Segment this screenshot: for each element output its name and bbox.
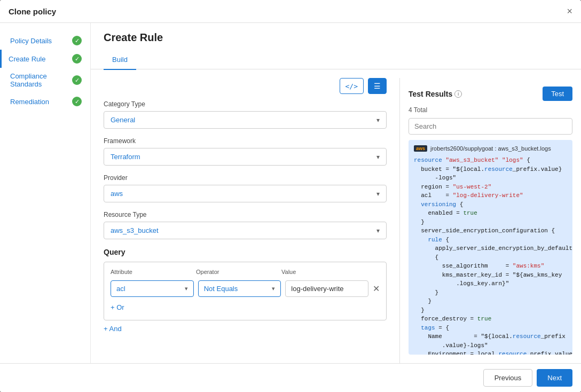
previous-button[interactable]: Previous — [483, 369, 533, 387]
list-view-button[interactable]: ☰ — [368, 78, 387, 94]
code-view-button[interactable]: </> — [340, 78, 364, 94]
resource-type-label: Resource Type — [104, 211, 387, 218]
list-icon: ☰ — [374, 82, 381, 90]
query-box: Attribute Operator Value acl ▾ — [104, 262, 387, 320]
resource-type-section: Resource Type aws_s3_bucket ▾ — [104, 211, 387, 239]
chevron-down-icon: ▾ — [376, 153, 380, 161]
value-header: Value — [281, 269, 363, 275]
search-input[interactable] — [409, 118, 572, 135]
or-button[interactable]: + Or — [111, 301, 124, 313]
test-results-label: Test Results — [409, 90, 452, 98]
chevron-down-icon: ▾ — [272, 285, 275, 292]
provider-value: aws — [111, 190, 123, 198]
sidebar-item-create-rule[interactable]: Create Rule ✓ — [0, 50, 90, 68]
sidebar-item-policy-details[interactable]: Policy Details ✓ — [0, 32, 90, 50]
resource-type-select[interactable]: aws_s3_bucket ▾ — [104, 222, 387, 239]
provider-section: Provider aws ▾ — [104, 174, 387, 202]
result-card: aws jroberts2600/supplygoat : aws_s3_buc… — [409, 140, 572, 355]
query-title: Query — [104, 248, 387, 256]
total-label: 4 Total — [409, 106, 572, 114]
result-path: jroberts2600/supplygoat : aws_s3_bucket.… — [430, 145, 551, 152]
tab-build[interactable]: Build — [104, 50, 136, 70]
code-block: resource "aws_s3_bucket" "logs" { bucket… — [414, 156, 567, 355]
code-icon: </> — [346, 82, 358, 90]
value-input[interactable] — [285, 280, 368, 297]
test-results-title: Test Results i — [409, 90, 462, 98]
toolbar: </> ☰ — [104, 78, 387, 94]
modal-title: Clone policy — [9, 7, 56, 16]
remove-condition-button[interactable]: ✕ — [373, 284, 380, 294]
framework-value: Terraform — [111, 153, 140, 161]
sidebar-item-label: Policy Details — [10, 37, 52, 45]
check-icon-create-rule: ✓ — [72, 54, 82, 64]
operator-value: Not Equals — [204, 285, 238, 293]
attribute-value: acl — [116, 285, 125, 293]
framework-section: Framework Terraform ▾ — [104, 137, 387, 166]
check-icon-policy-details: ✓ — [72, 36, 82, 45]
category-type-value: General — [111, 116, 135, 124]
category-type-select[interactable]: General ▾ — [104, 111, 387, 129]
sidebar-item-label: Remediation — [10, 98, 49, 106]
provider-label: Provider — [104, 174, 387, 182]
chevron-down-icon: ▾ — [376, 227, 380, 234]
framework-select[interactable]: Terraform ▾ — [104, 148, 387, 166]
attribute-select[interactable]: acl ▾ — [111, 280, 194, 297]
category-type-label: Category Type — [104, 100, 387, 108]
left-panel: </> ☰ Category Type General ▾ — [91, 78, 399, 363]
aws-badge: aws — [414, 145, 427, 152]
page-title: Create Rule — [104, 32, 568, 44]
query-row: acl ▾ Not Equals ▾ ✕ — [111, 280, 380, 297]
test-button[interactable]: Test — [543, 87, 572, 101]
provider-select[interactable]: aws ▾ — [104, 185, 387, 202]
check-icon-compliance-standards: ✓ — [72, 75, 82, 85]
result-card-header: aws jroberts2600/supplygoat : aws_s3_buc… — [414, 145, 567, 152]
right-panel: Test Results i Test 4 Total aws jroberts… — [399, 78, 581, 363]
and-button[interactable]: + And — [104, 320, 122, 337]
chevron-down-icon: ▾ — [185, 285, 188, 292]
info-icon: i — [454, 90, 462, 98]
chevron-down-icon: ▾ — [376, 116, 380, 124]
operator-select[interactable]: Not Equals ▾ — [198, 280, 281, 297]
query-section: Query Attribute Operator Value — [104, 248, 387, 337]
close-button[interactable]: × — [567, 6, 572, 16]
sidebar-item-remediation[interactable]: Remediation ✓ — [0, 92, 90, 111]
category-type-section: Category Type General ▾ — [104, 100, 387, 129]
sidebar-item-label: Create Rule — [9, 55, 45, 63]
test-results-header: Test Results i Test — [409, 87, 572, 101]
modal-footer: Previous Next — [0, 363, 581, 392]
framework-label: Framework — [104, 137, 387, 145]
sidebar: Policy Details ✓ Create Rule ✓ Complianc… — [0, 23, 91, 363]
attribute-header: Attribute — [111, 269, 192, 275]
sidebar-item-compliance-standards[interactable]: Compliance Standards ✓ — [0, 68, 90, 92]
operator-header: Operator — [196, 269, 277, 275]
resource-type-value: aws_s3_bucket — [111, 226, 159, 234]
chevron-down-icon: ▾ — [376, 190, 380, 198]
next-button[interactable]: Next — [537, 369, 572, 387]
sidebar-item-label: Compliance Standards — [10, 72, 72, 88]
check-icon-remediation: ✓ — [72, 97, 82, 106]
